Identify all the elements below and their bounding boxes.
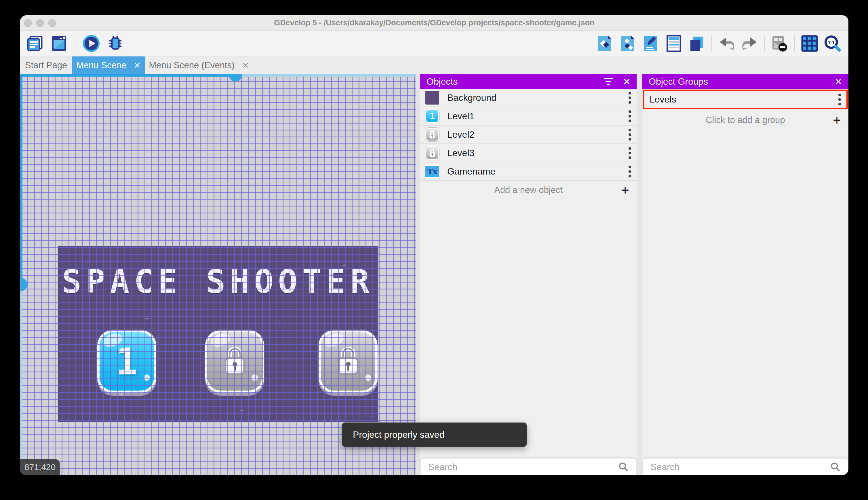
toggle-mask-icon[interactable] bbox=[771, 35, 788, 52]
plus-icon[interactable]: + bbox=[833, 113, 841, 127]
horizontal-scrollbar[interactable] bbox=[20, 74, 235, 77]
lock-icon bbox=[221, 345, 249, 377]
objects-search-input[interactable] bbox=[428, 462, 618, 472]
object-row-level1[interactable]: 1 Level1 bbox=[420, 107, 637, 126]
plus-icon[interactable]: + bbox=[621, 183, 629, 197]
tab-label: Menu Scene bbox=[76, 60, 126, 70]
background-instance[interactable]: SPACE SHOOTER + + + + + + + + 1 bbox=[58, 246, 378, 422]
object-row-gamename[interactable]: Tx Gamename bbox=[420, 162, 637, 181]
filter-icon[interactable] bbox=[603, 76, 613, 87]
toolbar-separator bbox=[712, 35, 712, 52]
level3-button-instance[interactable] bbox=[319, 330, 378, 393]
undo-icon[interactable] bbox=[718, 35, 735, 52]
toolbar: 1:1 bbox=[20, 31, 848, 56]
gamename-text-instance[interactable]: SPACE SHOOTER bbox=[58, 263, 378, 300]
object-thumbnail bbox=[425, 128, 439, 141]
toolbar-separator bbox=[75, 35, 75, 52]
start-page-icon[interactable] bbox=[51, 35, 67, 52]
lock-icon bbox=[428, 148, 436, 158]
close-tab-icon[interactable]: ✕ bbox=[242, 61, 249, 70]
window-title: GDevelop 5 - /Users/dkarakay/Documents/G… bbox=[20, 15, 848, 31]
cursor-coordinates: 871;420 bbox=[20, 459, 60, 475]
object-menu-icon[interactable] bbox=[629, 128, 631, 141]
scene-canvas[interactable]: SPACE SHOOTER + + + + + + + + 1 bbox=[20, 74, 416, 475]
object-name: Level3 bbox=[447, 148, 474, 158]
vertical-scrollbar-track[interactable] bbox=[20, 291, 22, 475]
toggle-grid-icon[interactable] bbox=[801, 35, 818, 52]
tab-start-page[interactable]: Start Page bbox=[20, 56, 72, 74]
title-bar: GDevelop 5 - /Users/dkarakay/Documents/G… bbox=[20, 15, 848, 31]
horizontal-scrollbar-thumb[interactable] bbox=[229, 74, 242, 81]
object-thumbnail: Tx bbox=[425, 164, 439, 178]
group-name: Levels bbox=[649, 94, 676, 105]
groups-search bbox=[643, 458, 848, 475]
tab-menu-scene-events[interactable]: Menu Scene (Events) ✕ bbox=[145, 56, 253, 74]
tab-label: Menu Scene (Events) bbox=[149, 60, 235, 70]
close-panel-icon[interactable]: ✕ bbox=[835, 77, 842, 87]
object-groups-editor-icon[interactable] bbox=[619, 35, 636, 52]
object-row-level2[interactable]: Level2 bbox=[420, 126, 637, 144]
horizontal-scrollbar-track[interactable] bbox=[235, 74, 416, 77]
object-name: Level2 bbox=[447, 129, 474, 140]
debug-icon[interactable] bbox=[107, 35, 124, 52]
vertical-scrollbar-thumb[interactable] bbox=[20, 278, 27, 291]
tab-bar: Start Page Menu Scene ✕ Menu Scene (Even… bbox=[20, 56, 848, 74]
object-row-background[interactable]: Background bbox=[420, 89, 637, 107]
object-groups-panel: Object Groups ✕ Levels Click to add a gr… bbox=[642, 74, 848, 475]
group-row-levels-highlighted[interactable]: Levels bbox=[643, 90, 848, 109]
add-object-button[interactable]: Add a new object + bbox=[420, 181, 637, 199]
panel-divider bbox=[416, 74, 420, 475]
svg-text:1:1: 1:1 bbox=[828, 40, 835, 45]
toolbar-separator bbox=[764, 35, 765, 52]
groups-search-input[interactable] bbox=[650, 462, 830, 472]
objects-panel-title: Objects bbox=[426, 76, 458, 87]
project-manager-icon[interactable] bbox=[26, 35, 43, 52]
lock-icon bbox=[335, 345, 362, 377]
objects-panel-header: Objects ✕ bbox=[420, 74, 637, 89]
redo-icon[interactable] bbox=[741, 35, 758, 52]
objects-panel: Objects ✕ Background 1 Level1 bbox=[420, 74, 637, 475]
objects-editor-icon[interactable] bbox=[596, 35, 613, 52]
object-name: Level1 bbox=[447, 111, 474, 122]
play-preview-icon[interactable] bbox=[83, 35, 99, 52]
object-name: Background bbox=[447, 92, 496, 103]
object-thumbnail: 1 bbox=[425, 109, 439, 123]
search-icon bbox=[618, 462, 629, 472]
layers-icon[interactable] bbox=[689, 35, 705, 52]
add-group-button[interactable]: Click to add a group + bbox=[642, 111, 848, 129]
instances-list-icon[interactable] bbox=[665, 35, 682, 52]
lock-icon bbox=[428, 129, 436, 139]
object-name: Gamename bbox=[447, 166, 495, 177]
close-tab-icon[interactable]: ✕ bbox=[134, 61, 140, 70]
group-menu-icon[interactable] bbox=[838, 93, 841, 106]
close-panel-icon[interactable]: ✕ bbox=[623, 77, 630, 87]
save-toast: Project properly saved bbox=[342, 422, 527, 447]
app-window: GDevelop 5 - /Users/dkarakay/Documents/G… bbox=[20, 15, 848, 475]
object-menu-icon[interactable] bbox=[629, 147, 631, 159]
vertical-scrollbar[interactable] bbox=[20, 74, 22, 285]
objects-search bbox=[421, 458, 636, 475]
object-menu-icon[interactable] bbox=[629, 110, 631, 122]
object-thumbnail bbox=[425, 146, 439, 160]
object-menu-icon[interactable] bbox=[629, 165, 631, 178]
tab-label: Start Page bbox=[25, 60, 67, 70]
object-groups-panel-title: Object Groups bbox=[649, 76, 708, 87]
panel-splitter[interactable] bbox=[637, 74, 642, 475]
tab-menu-scene[interactable]: Menu Scene ✕ bbox=[72, 56, 145, 74]
object-groups-panel-header: Object Groups ✕ bbox=[642, 74, 848, 89]
object-menu-icon[interactable] bbox=[629, 91, 631, 104]
level1-button-instance[interactable]: 1 bbox=[97, 330, 156, 393]
toolbar-separator bbox=[794, 35, 795, 52]
object-thumbnail bbox=[425, 91, 439, 104]
zoom-1-1-icon[interactable]: 1:1 bbox=[824, 35, 841, 52]
object-row-level3[interactable]: Level3 bbox=[420, 144, 637, 162]
level2-button-instance[interactable] bbox=[205, 330, 264, 393]
search-icon bbox=[830, 462, 840, 472]
properties-icon[interactable] bbox=[642, 35, 659, 52]
